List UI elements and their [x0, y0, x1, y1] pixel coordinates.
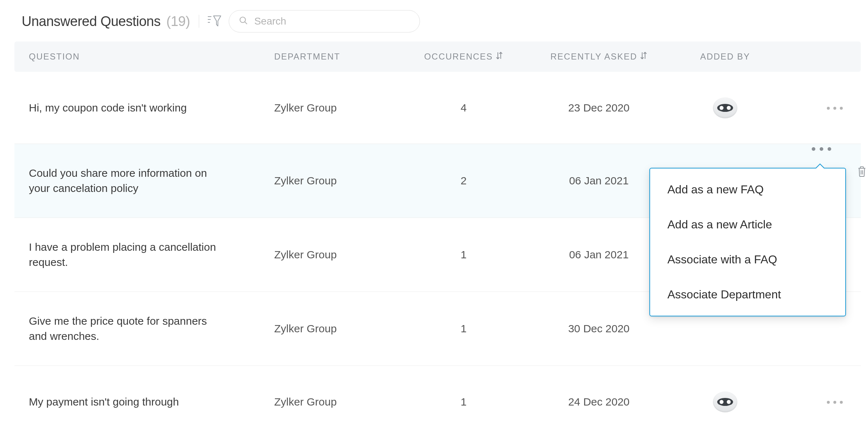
trash-icon[interactable] — [857, 166, 867, 178]
occurrences-text: 1 — [404, 323, 523, 335]
filter-icon[interactable] — [208, 15, 222, 27]
menu-item-add-faq[interactable]: Add as a new FAQ — [667, 183, 828, 207]
occurrences-text: 2 — [404, 175, 523, 187]
col-header-recently-asked-label: RECENTLY ASKED — [551, 52, 637, 62]
menu-item-add-article[interactable]: Add as a new Article — [667, 207, 828, 242]
table-row[interactable]: Hi, my coupon code isn't working Zylker … — [14, 72, 861, 144]
question-text: My payment isn't going through — [29, 394, 216, 409]
more-actions-icon[interactable] — [812, 147, 831, 151]
occurrences-text: 1 — [404, 249, 523, 261]
question-text: I have a problem placing a cancellation … — [29, 240, 216, 270]
question-text: Could you share more information on your… — [29, 166, 216, 196]
bot-avatar-icon — [713, 391, 737, 412]
department-text: Zylker Group — [274, 102, 404, 114]
recently-asked-text: 24 Dec 2020 — [523, 396, 675, 408]
department-text: Zylker Group — [274, 396, 404, 408]
col-header-department[interactable]: DEPARTMENT — [274, 52, 404, 62]
bot-avatar-icon — [713, 97, 737, 118]
svg-line-4 — [245, 22, 247, 24]
col-header-occurrences[interactable]: OCCURENCES — [404, 52, 523, 62]
question-text: Give me the price quote for spanners and… — [29, 314, 216, 344]
table-header: QUESTION DEPARTMENT OCCURENCES RECENTLY … — [14, 41, 861, 72]
svg-point-13 — [720, 400, 724, 404]
occurrences-text: 4 — [404, 102, 523, 114]
svg-point-3 — [240, 17, 245, 22]
title-count: (19) — [166, 14, 190, 29]
menu-item-associate-department[interactable]: Associate Department — [667, 277, 828, 301]
department-text: Zylker Group — [274, 249, 404, 261]
occurrences-text: 1 — [404, 396, 523, 408]
menu-item-associate-faq[interactable]: Associate with a FAQ — [667, 242, 828, 277]
sort-icon — [640, 52, 647, 62]
divider — [199, 15, 199, 28]
department-text: Zylker Group — [274, 323, 404, 335]
search-wrapper — [229, 10, 420, 32]
search-icon — [239, 16, 248, 27]
col-header-added-by: ADDED BY — [675, 52, 776, 62]
col-header-recently-asked[interactable]: RECENTLY ASKED — [523, 52, 675, 62]
svg-point-10 — [720, 106, 724, 110]
search-input[interactable] — [229, 10, 420, 32]
table-row[interactable]: My payment isn't going through Zylker Gr… — [14, 366, 861, 438]
col-header-question[interactable]: QUESTION — [29, 52, 274, 62]
department-text: Zylker Group — [274, 175, 404, 187]
row-actions-menu: Add as a new FAQ Add as a new Article As… — [649, 168, 846, 316]
page-header: Unanswered Questions (19) — [14, 6, 861, 41]
title-text: Unanswered Questions — [22, 14, 161, 29]
recently-asked-text: 30 Dec 2020 — [523, 323, 675, 335]
question-text: Hi, my coupon code isn't working — [29, 100, 216, 115]
sort-icon — [496, 52, 503, 62]
svg-point-14 — [727, 400, 731, 404]
page-title: Unanswered Questions (19) — [22, 14, 190, 29]
more-actions-icon[interactable] — [827, 107, 843, 110]
col-header-occurrences-label: OCCURENCES — [424, 52, 493, 62]
svg-point-11 — [727, 106, 731, 110]
recently-asked-text: 23 Dec 2020 — [523, 102, 675, 114]
more-actions-icon[interactable] — [827, 401, 843, 404]
